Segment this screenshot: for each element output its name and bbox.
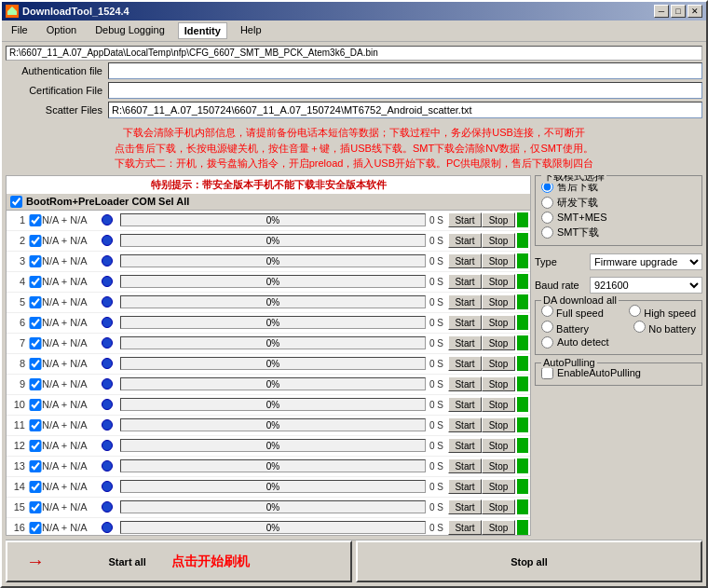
radio-autodetect[interactable] xyxy=(541,336,553,349)
row-start-13[interactable]: Start xyxy=(448,458,482,473)
row-stop-2[interactable]: Stop xyxy=(482,233,515,248)
row-number: 3 xyxy=(8,255,29,267)
row-checkbox-16[interactable] xyxy=(29,522,42,534)
stop-all-button[interactable]: Stop all xyxy=(356,540,702,582)
row-start-9[interactable]: Start xyxy=(448,376,482,391)
row-green-1 xyxy=(517,212,528,227)
row-stop-15[interactable]: Stop xyxy=(482,499,515,514)
row-checkbox-6[interactable] xyxy=(29,317,42,329)
row-dot-15 xyxy=(98,501,116,513)
row-checkbox-5[interactable] xyxy=(29,296,42,308)
row-start-15[interactable]: Start xyxy=(448,499,482,514)
row-stop-16[interactable]: Stop xyxy=(482,520,515,535)
row-stop-12[interactable]: Stop xyxy=(482,438,515,453)
row-stop-8[interactable]: Stop xyxy=(482,356,515,371)
row-na-2: N/A + N/A xyxy=(42,235,98,246)
row-checkbox-9[interactable] xyxy=(29,378,42,390)
minimize-button[interactable]: ─ xyxy=(654,5,669,18)
menu-help[interactable]: Help xyxy=(235,22,267,39)
cert-input[interactable] xyxy=(108,82,702,99)
row-start-12[interactable]: Start xyxy=(448,438,482,453)
row-checkbox-4[interactable] xyxy=(29,276,42,288)
auto-detect-label: Auto detect xyxy=(557,336,609,348)
autopulling-label: EnableAutoPulling xyxy=(557,367,641,378)
row-stop-9[interactable]: Stop xyxy=(482,376,515,391)
scatter-input[interactable] xyxy=(108,102,702,118)
radio-smt-input[interactable] xyxy=(541,226,553,239)
row-number: 4 xyxy=(8,276,29,287)
row-checkbox-1[interactable] xyxy=(29,214,42,226)
menu-option[interactable]: Option xyxy=(41,22,82,39)
table-row: 4 N/A + N/A 0% 0 S Start Stop xyxy=(7,272,530,293)
row-progress-5: 0% xyxy=(120,295,426,308)
start-all-button[interactable]: → Start all 点击开始刷机 xyxy=(6,540,352,582)
row-stop-13[interactable]: Stop xyxy=(482,458,515,473)
row-checkbox-11[interactable] xyxy=(29,419,42,431)
row-checkbox-3[interactable] xyxy=(29,255,42,267)
baud-row: Baud rate 921600 xyxy=(535,277,702,294)
row-stop-1[interactable]: Stop xyxy=(482,212,515,227)
table-row: 11 N/A + N/A 0% 0 S Start Stop xyxy=(7,416,530,436)
row-start-6[interactable]: Start xyxy=(448,315,482,330)
row-checkbox-15[interactable] xyxy=(29,501,42,513)
row-start-5[interactable]: Start xyxy=(448,294,482,309)
radio-dev-input[interactable] xyxy=(541,197,553,209)
enable-autopulling-row: EnableAutoPulling xyxy=(541,367,696,379)
row-start-2[interactable]: Start xyxy=(448,233,482,248)
type-row: Type Firmware upgrade xyxy=(535,253,702,270)
row-stop-4[interactable]: Stop xyxy=(482,274,515,289)
table-header: BootRom+PreLoader COM Sel All xyxy=(7,194,530,211)
row-start-16[interactable]: Start xyxy=(448,520,482,535)
radio-smt-mes: SMT+MES xyxy=(541,212,696,224)
row-stop-6[interactable]: Stop xyxy=(482,315,515,330)
type-select[interactable]: Firmware upgrade xyxy=(590,253,702,270)
row-start-4[interactable]: Start xyxy=(448,274,482,289)
row-stop-14[interactable]: Stop xyxy=(482,479,515,494)
row-start-1[interactable]: Start xyxy=(448,212,482,227)
menu-file[interactable]: File xyxy=(6,22,34,39)
radio-smtmes-label: SMT+MES xyxy=(557,212,606,223)
row-progress-6: 0% xyxy=(120,316,426,329)
row-checkbox-13[interactable] xyxy=(29,460,42,472)
row-start-10[interactable]: Start xyxy=(448,397,482,412)
progress-text-16: 0% xyxy=(266,522,279,535)
row-start-7[interactable]: Start xyxy=(448,335,482,350)
row-stop-10[interactable]: Stop xyxy=(482,397,515,412)
row-checkbox-12[interactable] xyxy=(29,440,42,452)
menu-identity[interactable]: Identity xyxy=(178,22,227,39)
row-stop-3[interactable]: Stop xyxy=(482,253,515,268)
row-stop-5[interactable]: Stop xyxy=(482,294,515,309)
row-start-3[interactable]: Start xyxy=(448,253,482,268)
row-start-8[interactable]: Start xyxy=(448,356,482,371)
radio-fullspeed[interactable] xyxy=(541,305,553,317)
auth-input[interactable] xyxy=(108,62,702,79)
row-green-6 xyxy=(517,315,528,330)
radio-nobattery[interactable] xyxy=(633,321,646,333)
progress-text-3: 0% xyxy=(266,255,279,268)
content-area: R:\6607_11_A.07_AppData\LocalTemp\nfp\CF… xyxy=(2,42,706,586)
row-checkbox-2[interactable] xyxy=(29,235,42,247)
table-row: 12 N/A + N/A 0% 0 S Start Stop xyxy=(7,436,530,457)
radio-highspeed[interactable] xyxy=(629,305,641,317)
row-checkbox-8[interactable] xyxy=(29,358,42,370)
menu-debug[interactable]: Debug Logging xyxy=(89,22,170,39)
row-na-7: N/A + N/A xyxy=(42,337,98,349)
row-start-11[interactable]: Start xyxy=(448,417,482,432)
radio-battery[interactable] xyxy=(541,321,553,333)
row-checkbox-7[interactable] xyxy=(29,337,42,349)
row-start-14[interactable]: Start xyxy=(448,479,482,494)
row-stop-11[interactable]: Stop xyxy=(482,417,515,432)
progress-bar-9: 0% xyxy=(120,377,426,390)
autopulling-checkbox[interactable] xyxy=(541,367,553,379)
row-number: 12 xyxy=(8,440,29,451)
radio-smtmes-input[interactable] xyxy=(541,212,553,224)
row-green-13 xyxy=(517,458,528,473)
row-stop-7[interactable]: Stop xyxy=(482,335,515,350)
select-all-checkbox[interactable] xyxy=(10,196,22,208)
close-button[interactable]: ✕ xyxy=(688,5,702,18)
maximize-button[interactable]: □ xyxy=(671,5,686,18)
row-progress-2: 0% xyxy=(120,234,426,247)
row-checkbox-14[interactable] xyxy=(29,481,42,493)
row-checkbox-10[interactable] xyxy=(29,399,42,411)
baud-select[interactable]: 921600 xyxy=(590,277,702,294)
